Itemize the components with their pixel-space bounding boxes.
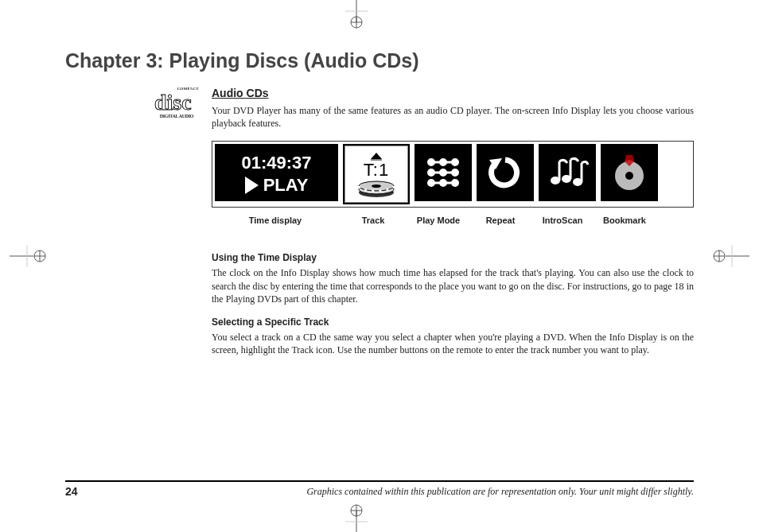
crop-mark-top xyxy=(341,0,372,32)
svg-text:disc: disc xyxy=(154,91,192,113)
compact-disc-logo: COMPACT disc DIGITAL AUDIO xyxy=(153,87,200,118)
info-display-strip: 01:49:37 PLAY T:1 xyxy=(212,141,694,208)
svg-point-37 xyxy=(441,181,446,186)
svg-point-36 xyxy=(429,181,434,186)
label-playmode: Play Mode xyxy=(407,216,469,225)
tile-introscan xyxy=(539,144,596,201)
disc-stack-icon xyxy=(354,178,399,199)
play-label: PLAY xyxy=(263,175,309,196)
repeat-icon xyxy=(485,153,526,192)
svg-point-44 xyxy=(625,172,633,180)
footer-note: Graphics contained within this publicati… xyxy=(239,486,694,498)
label-repeat: Repeat xyxy=(469,216,531,225)
svg-point-29 xyxy=(441,160,446,165)
paragraph-time-display: The clock on the Info Display shows how … xyxy=(212,266,694,305)
subheading-specific-track: Selecting a Specific Track xyxy=(212,316,694,328)
svg-point-33 xyxy=(441,170,446,176)
section-title: Audio CDs xyxy=(212,87,694,99)
elapsed-time: 01:49:37 xyxy=(241,153,311,173)
paragraph-specific-track: You select a track on a CD the same way … xyxy=(212,331,694,356)
music-notes-icon xyxy=(545,153,590,192)
chapter-title: Chapter 3: Playing Discs (Audio CDs) xyxy=(65,49,694,72)
svg-point-41 xyxy=(562,175,571,183)
crop-mark-bottom xyxy=(341,501,372,532)
logo-digital-audio: DIGITAL AUDIO xyxy=(153,114,200,118)
crop-mark-right xyxy=(708,240,749,272)
tile-track: T:1 xyxy=(343,144,410,204)
label-bookmark: Bookmark xyxy=(594,216,656,225)
intro-paragraph: Your DVD Player has many of the same fea… xyxy=(212,104,694,130)
play-mode-icon xyxy=(423,154,463,191)
tile-time-display: 01:49:37 PLAY xyxy=(215,144,338,201)
footer-rule xyxy=(65,480,694,482)
crop-mark-left xyxy=(10,240,51,272)
bookmark-disc-icon xyxy=(607,152,652,193)
disc-logo-icon: disc xyxy=(153,91,200,113)
svg-point-38 xyxy=(453,181,458,186)
tile-repeat xyxy=(477,144,534,201)
play-icon xyxy=(245,177,259,194)
tile-play-mode xyxy=(415,144,472,201)
subheading-time-display: Using the Time Display xyxy=(212,252,694,263)
label-track: Track xyxy=(339,216,407,225)
svg-point-40 xyxy=(551,177,560,184)
page-number: 24 xyxy=(65,485,78,498)
svg-marker-21 xyxy=(371,153,382,159)
tile-bookmark xyxy=(601,144,658,201)
svg-point-34 xyxy=(453,170,458,176)
svg-point-26 xyxy=(372,184,381,188)
svg-point-30 xyxy=(453,160,458,165)
label-time: Time display xyxy=(212,216,339,225)
svg-point-42 xyxy=(573,178,582,186)
labels-row: Time display Track Play Mode Repeat Intr… xyxy=(212,216,694,225)
label-introscan: IntroScan xyxy=(531,216,594,225)
svg-point-28 xyxy=(429,160,434,165)
svg-point-32 xyxy=(429,170,434,176)
